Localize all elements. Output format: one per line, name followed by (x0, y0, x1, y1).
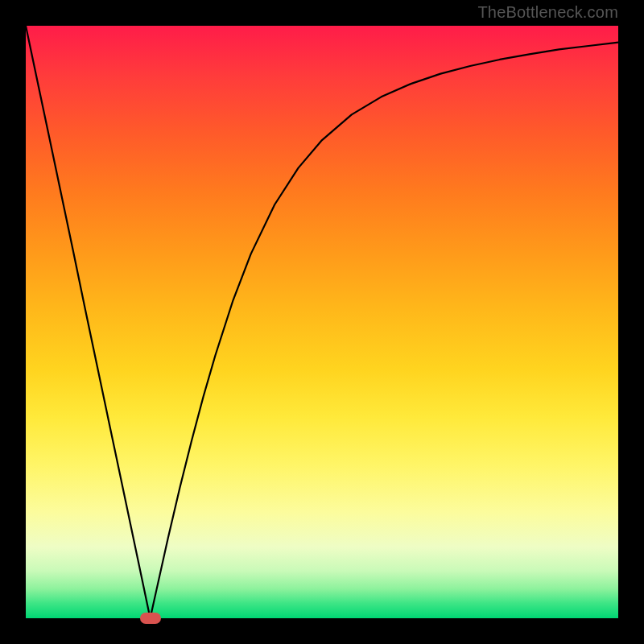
plot-area (26, 26, 618, 618)
optimum-marker (140, 613, 161, 624)
curve-svg (26, 26, 618, 618)
bottleneck-curve (26, 26, 618, 618)
watermark-text: TheBottleneck.com (477, 3, 618, 22)
chart-frame: TheBottleneck.com (0, 0, 644, 644)
